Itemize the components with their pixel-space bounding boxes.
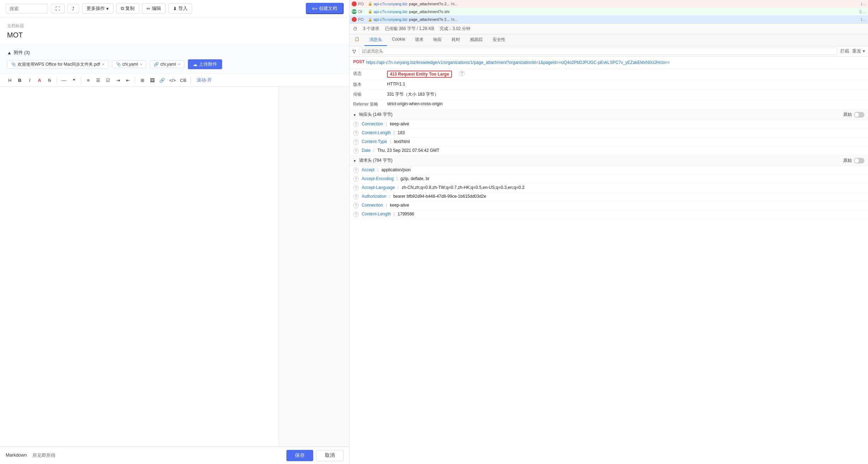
search-input[interactable]: [6, 4, 48, 13]
dropdown-icon: ▾: [106, 6, 109, 11]
devtools-stats: ⏱ 3 个请求 已传输 366 字节 / 1.28 KB 完成：3.02 分钟: [350, 24, 868, 34]
req-header-help-2[interactable]: ?: [353, 185, 359, 191]
version-label: 版本: [353, 82, 381, 88]
req-header-0: ? Accept : application/json: [350, 166, 868, 175]
resend-button[interactable]: 重发 ▾: [852, 48, 865, 54]
attachment-icon-0: 📎: [11, 62, 16, 67]
fmt-outdent[interactable]: ⇤: [124, 76, 132, 84]
fmt-code[interactable]: </>: [168, 76, 177, 84]
req-header-help-1[interactable]: ?: [353, 176, 359, 182]
attachment-close-1[interactable]: ×: [140, 62, 142, 66]
tab-timing[interactable]: 耗时: [447, 34, 465, 46]
cancel-button[interactable]: 取消: [316, 450, 344, 461]
filter-input[interactable]: [359, 48, 837, 55]
fmt-bold[interactable]: B: [16, 76, 24, 84]
network-domain-0: api-c7n.runyang.biz: [374, 2, 408, 6]
referrer-label: Referrer 策略: [353, 101, 381, 107]
fmt-indent[interactable]: ⇥: [114, 76, 122, 84]
create-doc-button[interactable]: ≡+ 创建文档: [306, 3, 344, 14]
attachment-tag-0[interactable]: 📎 欢迎使用WPS Office for Mac同步文件夹.pdf ×: [7, 60, 108, 69]
editor-main[interactable]: [0, 87, 279, 446]
intercept-button[interactable]: 拦截: [840, 48, 849, 54]
fmt-ol[interactable]: ☰: [94, 76, 102, 84]
copy-button[interactable]: ⧉ 复制: [116, 3, 139, 14]
req-header-value-3: bearer bfb92d94-b448-47d8-99ce-1b615dd03…: [393, 194, 486, 199]
tab-wysiwyg[interactable]: 所见即所得: [32, 452, 55, 459]
fmt-heading[interactable]: H: [6, 76, 14, 84]
tab-markdown[interactable]: Markdown: [6, 452, 27, 459]
editor-side: [279, 87, 349, 446]
network-lock-0: 🔒: [368, 2, 372, 6]
fmt-italic[interactable]: I: [25, 76, 34, 84]
tab-response[interactable]: 响应: [428, 34, 447, 46]
fmt-link[interactable]: 🔗: [158, 76, 166, 84]
network-domain-1: api-c7n.runyang.biz: [374, 10, 408, 14]
tab-request[interactable]: 请求: [410, 34, 428, 46]
editor-mode-tabs: Markdown 所见即所得: [6, 452, 55, 459]
fmt-image[interactable]: 🖼: [148, 76, 156, 84]
fmt-table[interactable]: ⊞: [138, 76, 147, 84]
stats-requests: 3 个请求: [363, 26, 379, 32]
attachment-close-0[interactable]: ×: [102, 62, 104, 66]
network-row-0[interactable]: 🚫 PO 🔒 api-c7n.runyang.biz page_attachme…: [350, 0, 868, 8]
tab-headers[interactable]: 消息头: [364, 34, 387, 46]
req-header-help-3[interactable]: ?: [353, 194, 359, 200]
response-raw-toggle[interactable]: [854, 112, 864, 118]
upload-attachment-button[interactable]: ☁ 上传附件: [188, 59, 222, 69]
attachment-tag-2[interactable]: 🔗 chi.yaml ×: [150, 60, 184, 68]
header-help-2[interactable]: ?: [353, 139, 359, 145]
header-help-0[interactable]: ?: [353, 121, 359, 127]
response-headers-toggle[interactable]: [353, 112, 356, 117]
scroll-toggle[interactable]: 滚动-开: [197, 77, 212, 83]
request-headers-section: 请求头 (784 字节) 原始: [350, 155, 868, 166]
transfer-value: 331 字节（大小 183 字节）: [387, 91, 439, 97]
save-button[interactable]: 保存: [286, 450, 313, 461]
expand-button[interactable]: ⛶: [51, 4, 65, 13]
status-label: 状态: [353, 71, 381, 77]
resp-header-name-2: Content-Type: [362, 139, 387, 144]
fmt-ul[interactable]: ≡: [84, 76, 93, 84]
edit-button[interactable]: ✏ 编辑: [142, 3, 166, 14]
more-actions-button[interactable]: 更多操作 ▾: [82, 3, 113, 14]
request-headers-toggle[interactable]: [353, 158, 356, 163]
req-header-2: ? Accept-Language : zh-CN,zh;q=0.8,zh-TW…: [350, 184, 868, 192]
more-actions-label: 更多操作: [87, 5, 105, 12]
network-row-2[interactable]: 🚫 PO 🔒 api-c7n.runyang.biz page_attachme…: [350, 16, 868, 23]
status-dot-1: 200: [352, 9, 357, 14]
status-help-icon[interactable]: ?: [459, 71, 465, 76]
devtools-tabs: 📋 消息头 Cookie 请求 响应 耗时 栈跟踪 安全性: [350, 34, 868, 46]
network-row-1[interactable]: 200 OI 🔒 api-c7n.runyang.biz page_attach…: [350, 8, 868, 16]
edit-icon: ✏: [147, 6, 150, 11]
fmt-color[interactable]: A: [35, 76, 44, 84]
request-url: https://api-c7n.runyang.biz/knowledge/v1…: [366, 59, 670, 66]
request-method: POST: [353, 59, 365, 64]
import-button[interactable]: ⬇ 导入: [168, 3, 192, 14]
req-header-help-0[interactable]: ?: [353, 167, 359, 173]
fmt-strikethrough[interactable]: S: [45, 76, 54, 84]
tab-cookie[interactable]: Cookie: [387, 34, 410, 46]
tab-messages[interactable]: 📋: [350, 34, 364, 46]
tab-security[interactable]: 安全性: [488, 34, 510, 46]
req-header-help-5[interactable]: ?: [353, 212, 359, 217]
req-header-help-4[interactable]: ?: [353, 203, 359, 208]
share-button[interactable]: ⤴: [67, 4, 79, 13]
stats-transferred: 已传输 366 字节 / 1.28 KB: [385, 26, 434, 32]
attachments-collapse-icon[interactable]: ▲: [7, 50, 12, 55]
req-header-value-5: 1799586: [398, 212, 414, 216]
resp-header-2: ? Content-Type : text/html: [350, 138, 868, 147]
edit-label: 编辑: [152, 5, 161, 12]
resp-header-name-0: Connection: [362, 121, 383, 126]
fmt-checklist[interactable]: ☑: [104, 76, 112, 84]
fmt-hr[interactable]: —: [60, 76, 68, 84]
req-header-3: ? Authorization : bearer bfb92d94-b448-4…: [350, 192, 868, 201]
tab-stack[interactable]: 栈跟踪: [465, 34, 488, 46]
attachments-label: 附件 (3): [14, 49, 30, 56]
fmt-codeblock[interactable]: CB: [179, 76, 188, 84]
attachment-tag-1[interactable]: 📎 chi.yaml ×: [112, 60, 146, 68]
header-help-3[interactable]: ?: [353, 148, 359, 154]
attachment-close-2[interactable]: ×: [178, 62, 180, 66]
header-help-1[interactable]: ?: [353, 130, 359, 136]
fmt-quote[interactable]: ❝: [70, 76, 78, 84]
request-raw-toggle[interactable]: [854, 158, 864, 163]
import-label: 导入: [178, 5, 188, 12]
